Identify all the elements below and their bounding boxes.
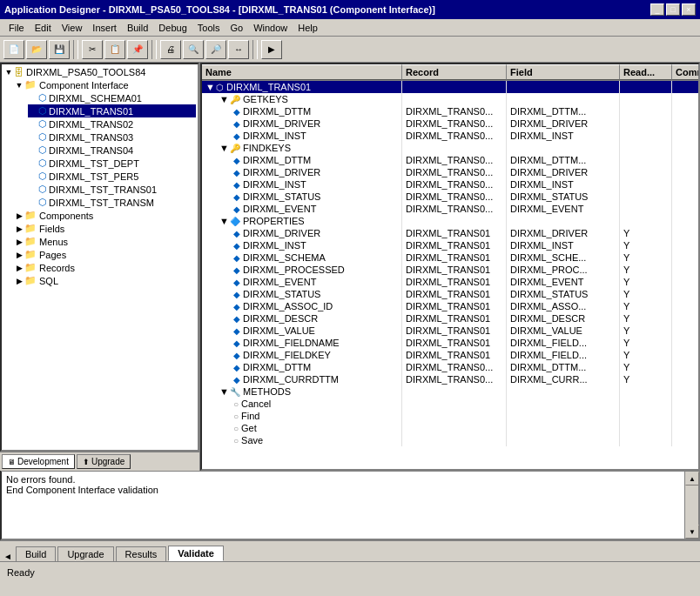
menu-bar: File Edit View Insert Build Debug Tools …	[0, 19, 700, 37]
ci-expand[interactable]: ▼	[14, 80, 24, 90]
toolbar-open[interactable]: 📂	[26, 40, 47, 59]
toolbar-print[interactable]: 🖨	[160, 40, 181, 59]
tree-sql[interactable]: ▶ 📁 SQL	[14, 274, 196, 287]
expand-icon[interactable]: ▼	[219, 386, 230, 397]
table-row[interactable]: ◆DIRXML_FIELDNAME DIRXML_TRANS01 DIRXML_…	[202, 337, 698, 349]
tree-pages[interactable]: ▶ 📁 Pages	[14, 248, 196, 261]
root-expand[interactable]: ▼	[3, 67, 14, 77]
tab-development[interactable]: 🖥 Development	[2, 454, 75, 469]
toolbar-run[interactable]: ▶	[261, 40, 282, 59]
toolbar-preview[interactable]: 🔍	[183, 40, 204, 59]
table-row[interactable]: ◆DIRXML_INST DIRXML_TRANS01 DIRXML_INST …	[202, 239, 698, 251]
table-row[interactable]: ◆DIRXML_ASSOC_ID DIRXML_TRANS01 DIRXML_A…	[202, 300, 698, 312]
tree-item-tst-per5[interactable]: ⬡ DIRXML_TST_PER5	[28, 170, 196, 183]
scroll-up-btn[interactable]: ▲	[685, 472, 699, 486]
folder-icon-sql: 📁	[24, 275, 37, 286]
tree-item-trans01[interactable]: ⬡ DIRXML_TRANS01	[28, 104, 196, 117]
menu-edit[interactable]: Edit	[30, 21, 57, 35]
table-row[interactable]: ▼ 🔷 PROPERTIES	[202, 215, 698, 227]
tree-item-trans02[interactable]: ⬡ DIRXML_TRANS02	[28, 117, 196, 131]
comp-expand[interactable]: ▶	[14, 211, 24, 221]
toolbar-find[interactable]: 🔎	[205, 40, 226, 59]
menu-file[interactable]: File	[3, 21, 30, 35]
minimize-btn[interactable]: _	[650, 3, 664, 16]
pages-expand[interactable]: ▶	[14, 250, 24, 260]
toolbar-cut[interactable]: ✂	[82, 40, 103, 59]
maximize-btn[interactable]: □	[666, 3, 680, 16]
table-row[interactable]: ◆ DIRXML_DRIVER DIRXML_TRANS0... DIRXML_…	[202, 117, 698, 130]
table-row[interactable]: ◆DIRXML_CURRDTTM DIRXML_TRANS0... DIRXML…	[202, 373, 698, 385]
table-row[interactable]: ◆DIRXML_STATUS DIRXML_TRANS01 DIRXML_STA…	[202, 288, 698, 300]
table-row[interactable]: ○Save	[202, 434, 698, 446]
table-row[interactable]: ◆DIRXML_VALUE DIRXML_TRANS01 DIRXML_VALU…	[202, 325, 698, 337]
expand-icon[interactable]: ▼	[219, 216, 230, 226]
tree-item-schema01[interactable]: ⬡ DIRXML_SCHEMA01	[28, 91, 196, 104]
menu-insert[interactable]: Insert	[87, 21, 122, 35]
table-row[interactable]: ◆DIRXML_DESCR DIRXML_TRANS01 DIRXML_DESC…	[202, 312, 698, 325]
sql-expand[interactable]: ▶	[14, 276, 24, 286]
tree-fields[interactable]: ▶ 📁 Fields	[14, 222, 196, 235]
table-row[interactable]: ○Cancel	[202, 398, 698, 410]
expand-icon[interactable]: ▼	[205, 82, 216, 92]
menu-help[interactable]: Help	[293, 21, 323, 35]
table-row[interactable]: ○Get	[202, 422, 698, 434]
toolbar-sep-3	[252, 40, 258, 59]
table-row[interactable]: ◆ DIRXML_DRIVER DIRXML_TRANS0... DIRXML_…	[202, 166, 698, 178]
tree-item-trans03[interactable]: ⬡ DIRXML_TRANS03	[28, 131, 196, 144]
table-row[interactable]: ◆ DIRXML_INST DIRXML_TRANS0... DIRXML_IN…	[202, 178, 698, 191]
table-row[interactable]: ◆ DIRXML_DTTM DIRXML_TRANS0... DIRXML_DT…	[202, 154, 698, 166]
tree-item-tst-transm[interactable]: ⬡ DIRXML_TST_TRANSM	[28, 196, 196, 209]
toolbar-new[interactable]: 📄	[3, 40, 24, 59]
field-icon: ◆	[233, 131, 240, 141]
tab-results[interactable]: Results	[116, 546, 167, 561]
tab-build[interactable]: Build	[16, 546, 56, 561]
scroll-down-btn[interactable]: ▼	[685, 525, 699, 539]
toolbar-save[interactable]: 💾	[49, 40, 70, 59]
table-row[interactable]: ◆ DIRXML_EVENT DIRXML_TRANS0... DIRXML_E…	[202, 203, 698, 215]
expand-icon[interactable]: ▼	[219, 94, 230, 104]
menus-expand[interactable]: ▶	[14, 237, 24, 247]
tab-arrow-left[interactable]: ◄	[3, 552, 12, 561]
tree-menus[interactable]: ▶ 📁 Menus	[14, 235, 196, 248]
toolbar-paste[interactable]: 📌	[127, 40, 148, 59]
table-row[interactable]: ▼ 🔧 METHODS	[202, 385, 698, 398]
table-row[interactable]: ◆ DIRXML_INST DIRXML_TRANS0... DIRXML_IN…	[202, 130, 698, 142]
menu-go[interactable]: Go	[225, 21, 248, 35]
table-row[interactable]: ▼ 🔑 FINDKEYS	[202, 142, 698, 154]
menu-build[interactable]: Build	[122, 21, 153, 35]
tree-item-trans04[interactable]: ⬡ DIRXML_TRANS04	[28, 144, 196, 157]
table-row[interactable]: ◆DIRXML_DRIVER DIRXML_TRANS01 DIRXML_DRI…	[202, 227, 698, 239]
records-expand[interactable]: ▶	[14, 263, 24, 273]
menu-view[interactable]: View	[57, 21, 88, 35]
menu-tools[interactable]: Tools	[192, 21, 225, 35]
tree-ci-group[interactable]: ▼ 📁 Component Interface	[14, 78, 196, 91]
tab-upgrade-bottom[interactable]: Upgrade	[57, 546, 113, 561]
table-row[interactable]: ◆DIRXML_DTTM DIRXML_TRANS0... DIRXML_DTT…	[202, 361, 698, 373]
close-btn[interactable]: ×	[682, 3, 696, 16]
table-row[interactable]: ▼ ⬡ DIRXML_TRANS01	[202, 81, 698, 93]
toolbar-copy[interactable]: 📋	[104, 40, 125, 59]
table-row[interactable]: ◆ DIRXML_STATUS DIRXML_TRANS0... DIRXML_…	[202, 191, 698, 203]
tree-components[interactable]: ▶ 📁 Components	[14, 209, 196, 222]
tree-records[interactable]: ▶ 📁 Records	[14, 261, 196, 274]
fields-expand[interactable]: ▶	[14, 224, 24, 234]
table-row[interactable]: ◆DIRXML_EVENT DIRXML_TRANS01 DIRXML_EVEN…	[202, 276, 698, 288]
toolbar-replace[interactable]: ↔	[228, 40, 249, 59]
table-row[interactable]: ◆DIRXML_SCHEMA DIRXML_TRANS01 DIRXML_SCH…	[202, 251, 698, 264]
table-row[interactable]: ◆DIRXML_PROCESSED DIRXML_TRANS01 DIRXML_…	[202, 264, 698, 276]
cell-field	[507, 93, 620, 105]
tree-item-tst-trans01[interactable]: ⬡ DIRXML_TST_TRANS01	[28, 183, 196, 196]
tree-root[interactable]: ▼ 🗄 DIRXML_PSA50_TOOLS84	[3, 66, 196, 78]
menu-debug[interactable]: Debug	[153, 21, 192, 35]
table-row[interactable]: ▼ 🔑 GETKEYS	[202, 93, 698, 105]
expand-icon[interactable]: ▼	[219, 143, 230, 153]
tab-upgrade[interactable]: ⬆ Upgrade	[77, 454, 131, 469]
trans03-label: DIRXML_TRANS03	[49, 132, 133, 143]
tree-item-tst-dept[interactable]: ⬡ DIRXML_TST_DEPT	[28, 157, 196, 170]
table-row[interactable]: ◆DIRXML_FIELDKEY DIRXML_TRANS01 DIRXML_F…	[202, 349, 698, 361]
table-row[interactable]: ○Find	[202, 410, 698, 422]
table-row[interactable]: ◆ DIRXML_DTTM DIRXML_TRANS0... DIRXML_DT…	[202, 105, 698, 117]
menu-window[interactable]: Window	[248, 21, 293, 35]
pages-label: Pages	[39, 250, 66, 260]
tab-validate[interactable]: Validate	[168, 546, 224, 561]
